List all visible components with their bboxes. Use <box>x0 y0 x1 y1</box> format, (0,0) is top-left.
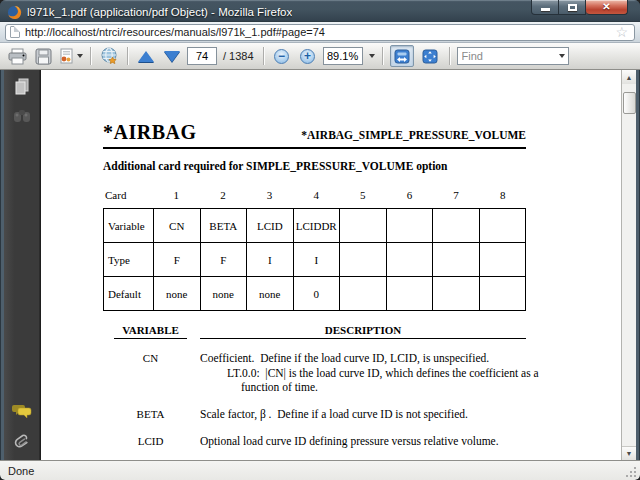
find-box <box>457 47 569 65</box>
variable-description: Optional load curve ID defining pressure… <box>200 434 526 449</box>
address-row: http://localhost/ntrci/resources/manuals… <box>0 22 640 43</box>
card-table-cell: none <box>247 277 294 311</box>
variable-description: Scale factor, β . Define if a load curve… <box>200 407 526 422</box>
collaborate-button[interactable] <box>58 45 83 67</box>
scroll-up-button[interactable]: ▲ <box>622 70 636 84</box>
zoom-dropdown-icon[interactable] <box>369 54 375 58</box>
previous-page-icon <box>138 51 154 62</box>
print-icon <box>8 48 27 65</box>
variable-entry: LCIDOptional load curve ID defining pres… <box>103 434 526 449</box>
zoom-in-button[interactable]: + <box>297 45 319 67</box>
comments-icon[interactable] <box>12 403 32 420</box>
zoom-in-icon: + <box>300 49 315 64</box>
firefox-window: l971k_1.pdf (application/pdf Object) - M… <box>0 0 640 480</box>
toolbar-separator <box>127 47 128 65</box>
variable-description: Coefficient. Define if the load curve ID… <box>200 351 539 395</box>
variable-column-header: VARIABLE <box>103 324 198 339</box>
variables-list: CNCoefficient. Define if the load curve … <box>103 351 526 460</box>
page-total-label: / 1384 <box>223 50 254 62</box>
card-table-cell <box>480 243 527 277</box>
description-line: function of time. <box>200 380 539 395</box>
card-table-cell <box>480 209 527 243</box>
status-text: Done <box>8 465 34 477</box>
card-table-cell: Type <box>104 243 154 277</box>
card-table-cell <box>387 243 434 277</box>
save-button[interactable] <box>32 45 54 67</box>
zoom-out-button[interactable]: − <box>271 45 293 67</box>
find-dropdown-icon[interactable] <box>559 54 565 58</box>
resize-grip[interactable] <box>626 466 637 477</box>
scroll-down-button[interactable]: ▼ <box>622 446 636 460</box>
card-table-cell <box>387 277 434 311</box>
firefox-icon <box>7 5 22 20</box>
find-input[interactable] <box>458 49 557 63</box>
card-table-cell: F <box>154 243 201 277</box>
toolbar-separator <box>449 47 450 65</box>
share-globe-icon <box>99 47 119 66</box>
pdf-document: *AIRBAG *AIRBAG_SIMPLE_PRESSURE_VOLUME A… <box>103 121 526 460</box>
collaborate-dropdown-icon <box>77 54 83 58</box>
card-table-cell: none <box>154 277 201 311</box>
fit-page-icon <box>422 49 438 64</box>
site-page-icon <box>10 26 20 38</box>
description-line: Scale factor, β . Define if a load curve… <box>200 407 526 422</box>
toolbar-separator <box>382 47 383 65</box>
scroll-thumb[interactable] <box>623 92 636 114</box>
attachments-icon[interactable] <box>13 434 31 454</box>
pages-panel-icon[interactable] <box>14 78 30 95</box>
collaborate-icon <box>58 48 75 65</box>
fit-page-button[interactable] <box>418 45 442 67</box>
pdf-page: *AIRBAG *AIRBAG_SIMPLE_PRESSURE_VOLUME A… <box>40 70 621 460</box>
card-table-cell <box>340 209 387 243</box>
card-header-cell: 1 <box>153 189 200 201</box>
previous-page-button[interactable] <box>135 45 157 67</box>
variables-header: VARIABLE DESCRIPTION <box>103 324 526 339</box>
vertical-scrollbar[interactable]: ▲ ▼ <box>621 70 636 460</box>
card-table-cell: BETA <box>201 209 248 243</box>
bookmark-star-icon[interactable]: ☆ <box>615 25 628 39</box>
variable-entry: CNCoefficient. Define if the load curve … <box>103 351 526 395</box>
maximize-icon <box>568 4 577 11</box>
address-bar[interactable]: http://localhost/ntrci/resources/manuals… <box>5 24 635 41</box>
card-table-cell: Default <box>104 277 154 311</box>
toolbar-separator <box>90 47 91 65</box>
variable-name: CN <box>103 351 198 395</box>
pdf-content-area: *AIRBAG *AIRBAG_SIMPLE_PRESSURE_VOLUME A… <box>4 70 636 460</box>
card-header-cell: 8 <box>479 189 526 201</box>
search-binoculars-icon[interactable] <box>13 109 31 123</box>
share-button[interactable] <box>98 45 120 67</box>
description-line: Optional load curve ID defining pressure… <box>200 434 526 449</box>
next-page-icon <box>164 51 180 62</box>
fit-width-icon <box>394 49 410 64</box>
minimize-button[interactable] <box>531 0 559 15</box>
page-number-input[interactable] <box>187 47 217 65</box>
next-page-button[interactable] <box>161 45 183 67</box>
card-table-cell <box>480 277 527 311</box>
card-header-cell: 3 <box>246 189 293 201</box>
status-bar: Done <box>0 460 640 480</box>
print-button[interactable] <box>6 45 28 67</box>
maximize-button[interactable] <box>559 0 586 15</box>
card-table-cell <box>387 209 434 243</box>
card-table-cell: 0 <box>294 277 341 311</box>
card-header-cell: 7 <box>433 189 480 201</box>
url-text: http://localhost/ntrci/resources/manuals… <box>25 26 610 38</box>
card-table-cell: Variable <box>104 209 154 243</box>
card-header-cell: 5 <box>340 189 387 201</box>
description-line: LT.0.0: |CN| is the load curve ID, which… <box>200 366 539 381</box>
variable-name: LCID <box>103 434 198 449</box>
card-subtitle: Additional card required for SIMPLE_PRES… <box>103 160 526 172</box>
keyword-option-title: *AIRBAG_SIMPLE_PRESSURE_VOLUME <box>301 129 526 141</box>
card-table-cell: F <box>201 243 248 277</box>
card-header-cell: Card <box>103 189 153 201</box>
card-table-cell: LCIDDR <box>294 209 341 243</box>
description-column-header: DESCRIPTION <box>200 324 526 339</box>
close-button[interactable]: ✕ <box>586 0 628 15</box>
card-table-cell: none <box>201 277 248 311</box>
card-header-cell: 6 <box>386 189 433 201</box>
save-icon <box>35 48 52 65</box>
scrolling-mode-button[interactable] <box>390 45 414 67</box>
zoom-level-box[interactable]: 89.1% <box>323 47 363 65</box>
card-table-cell <box>340 277 387 311</box>
document-header: *AIRBAG *AIRBAG_SIMPLE_PRESSURE_VOLUME <box>103 121 526 149</box>
